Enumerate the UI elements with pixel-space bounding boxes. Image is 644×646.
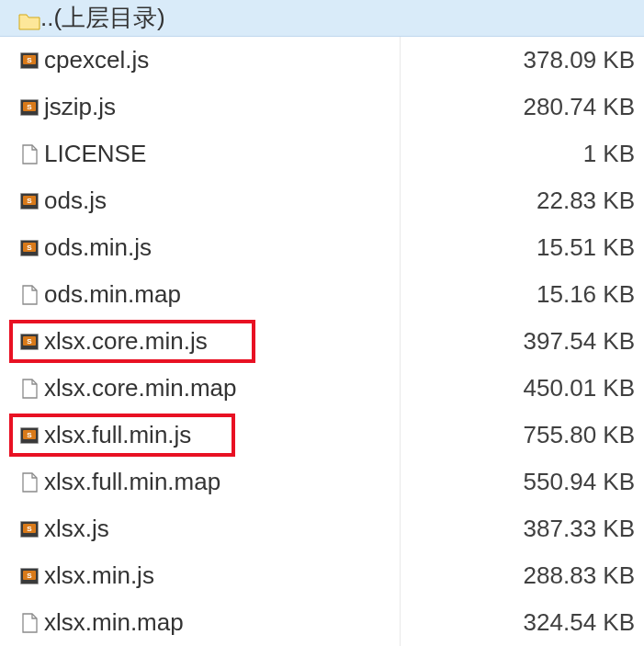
svg-text:S: S [27,56,32,64]
js-file-icon: S [18,237,40,259]
file-row[interactable]: S ods.js22.83 KB [0,177,644,224]
file-size: 15.16 KB [401,271,644,318]
js-file-icon: S [18,518,40,540]
file-row[interactable]: S xlsx.core.min.js397.54 KB [0,318,644,365]
file-name: xlsx.min.map [44,608,184,637]
parent-directory-label: ..(上层目录) [40,2,165,34]
file-row[interactable]: xlsx.full.min.map550.94 KB [0,459,644,505]
file-row[interactable]: xlsx.core.min.map450.01 KB [0,365,644,412]
svg-text:S: S [27,525,32,533]
file-size: 288.83 KB [401,552,644,599]
folder-icon [18,9,40,28]
file-name-cell: xlsx.core.min.map [0,365,401,412]
file-list: ..(上层目录) S cpexcel.js378.09 KB S jszip.j… [0,0,644,646]
file-size: 324.54 KB [401,599,644,646]
svg-text:S: S [27,337,32,346]
file-name: ods.min.map [44,280,181,309]
js-file-icon: S [18,190,40,212]
generic-file-icon [18,378,40,400]
file-size: 378.09 KB [401,37,644,84]
file-name: xlsx.core.min.map [44,374,237,402]
js-file-icon: S [18,96,40,119]
svg-text:S: S [27,103,32,111]
file-name-cell: S ods.js [0,177,401,224]
file-name: xlsx.js [44,515,109,543]
file-size: 755.80 KB [401,412,644,459]
file-size: 397.54 KB [401,318,644,365]
svg-text:S: S [27,431,32,439]
file-row[interactable]: S xlsx.full.min.js755.80 KB [0,412,644,459]
file-row[interactable]: ods.min.map15.16 KB [0,271,644,318]
js-file-icon: S [18,565,40,587]
file-size: 1 KB [401,130,644,177]
svg-text:S: S [27,572,32,580]
file-row[interactable]: xlsx.min.map324.54 KB [0,599,644,646]
file-name: LICENSE [44,140,146,168]
file-row[interactable]: LICENSE1 KB [0,130,644,177]
file-name: ods.min.js [44,233,152,262]
file-row[interactable]: S xlsx.min.js288.83 KB [0,552,644,599]
file-size: 550.94 KB [401,459,644,505]
svg-text:S: S [27,244,32,252]
file-row[interactable]: S cpexcel.js378.09 KB [0,37,644,84]
svg-text:S: S [27,197,32,205]
generic-file-icon [18,284,40,306]
js-file-icon: S [18,331,40,353]
file-name-cell: LICENSE [0,130,401,177]
file-name: xlsx.full.min.map [44,468,220,496]
file-row[interactable]: S xlsx.js387.33 KB [0,505,644,552]
file-name: xlsx.min.js [44,561,154,590]
generic-file-icon [18,143,40,165]
file-size: 450.01 KB [401,365,644,412]
file-size: 280.74 KB [401,84,644,130]
generic-file-icon [18,471,40,493]
file-row[interactable]: S jszip.js280.74 KB [0,84,644,130]
js-file-icon: S [18,425,40,447]
file-name-cell: S cpexcel.js [0,37,401,84]
file-name: cpexcel.js [44,46,149,74]
file-name: xlsx.core.min.js [44,327,208,356]
file-name-cell: S jszip.js [0,84,401,130]
generic-file-icon [18,612,40,634]
file-name-cell: S xlsx.full.min.js [0,412,401,459]
js-file-icon: S [18,50,40,72]
file-name-cell: S xlsx.min.js [0,552,401,599]
file-name: xlsx.full.min.js [44,421,191,449]
file-size: 22.83 KB [401,177,644,224]
file-name: jszip.js [44,93,116,121]
file-name-cell: xlsx.min.map [0,599,401,646]
file-size: 15.51 KB [401,224,644,271]
file-name-cell: S xlsx.js [0,505,401,552]
file-name-cell: xlsx.full.min.map [0,459,401,505]
parent-directory-row[interactable]: ..(上层目录) [0,0,644,37]
file-name-cell: ods.min.map [0,271,401,318]
file-row[interactable]: S ods.min.js15.51 KB [0,224,644,271]
file-name-cell: S xlsx.core.min.js [0,318,401,365]
file-name: ods.js [44,187,107,215]
file-name-cell: S ods.min.js [0,224,401,271]
file-size: 387.33 KB [401,505,644,552]
